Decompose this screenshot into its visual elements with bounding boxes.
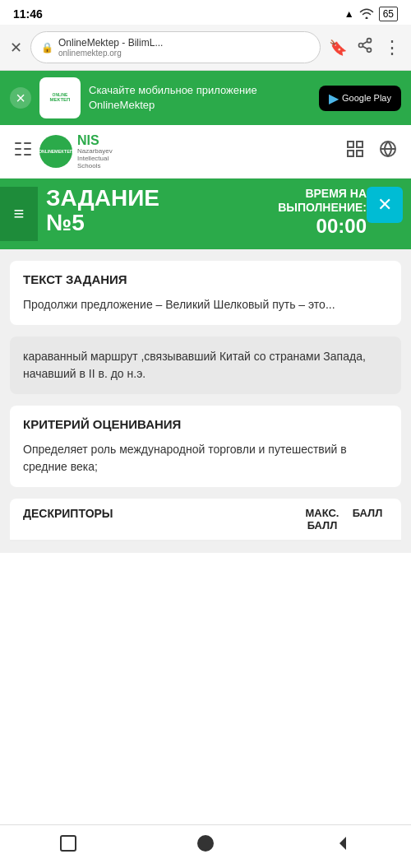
bookmark-icon[interactable]: 🔖 (329, 39, 347, 57)
google-play-icon: ▶ (329, 91, 339, 106)
banner-close-button[interactable]: × (10, 87, 31, 109)
svg-marker-18 (339, 837, 346, 850)
bottom-navigation (0, 824, 411, 868)
browser-actions: 🔖 ⋮ (329, 37, 401, 58)
lock-icon: 🔒 (41, 42, 53, 53)
status-bar: 11:46 ▲ 65 (0, 0, 411, 25)
app-banner: × ONLINE МЕКТЕП Скачайте мобильное прило… (0, 71, 411, 125)
more-menu-icon[interactable]: ⋮ (383, 37, 401, 58)
task-header-content: ЗАДАНИЕ №5 ВРЕМЯ НА ВЫПОЛНЕНИЕ: 00:00 (38, 187, 367, 238)
signal-icon: ▲ (344, 8, 354, 20)
task-close-button[interactable]: ✕ (367, 187, 403, 223)
close-icon: ✕ (377, 194, 392, 216)
task-title-block: ЗАДАНИЕ №5 (46, 187, 270, 236)
browser-bar: ✕ 🔒 OnlineMektep - BilimL... onlinemekte… (0, 25, 411, 71)
task-menu-button[interactable]: ≡ (0, 187, 38, 241)
wifi-icon (359, 7, 374, 21)
svg-point-17 (197, 835, 214, 852)
status-icons: ▲ 65 (344, 7, 398, 21)
site-header-left: ONLINE МЕКТЕП NIS Nazarbayev Intellectua… (13, 133, 113, 169)
banner-text: Скачайте мобильное приложение OnlineMekt… (89, 83, 311, 113)
content-area: ТЕКСТ ЗАДАНИЯ Продолжи предложение – Вел… (0, 249, 411, 553)
svg-rect-16 (61, 836, 76, 851)
site-header: ONLINE МЕКТЕП NIS Nazarbayev Intellectua… (0, 125, 411, 179)
answer-card[interactable]: караванный маршрут ,связывавший Китай со… (10, 337, 401, 394)
svg-point-2 (367, 48, 372, 52)
status-time: 11:46 (13, 7, 43, 21)
answer-text: караванный маршрут ,связывавший Китай со… (23, 348, 388, 383)
task-time-block: ВРЕМЯ НА ВЫПОЛНЕНИЕ: 00:00 (278, 187, 367, 238)
criteria-text: Определяет роль международной торговли и… (23, 441, 388, 476)
hamburger-menu-icon[interactable] (13, 141, 33, 162)
task-label: ЗАДАНИЕ (46, 187, 270, 210)
svg-rect-9 (24, 148, 31, 150)
svg-point-1 (359, 44, 363, 48)
nis-logo: NIS Nazarbayev Intellectual Schools (77, 133, 113, 169)
col-descriptors: ДЕСКРИПТОРЫ (23, 507, 298, 531)
recent-apps-button[interactable] (58, 833, 78, 858)
svg-rect-6 (15, 148, 21, 150)
svg-point-0 (367, 39, 372, 43)
browser-close-button[interactable]: ✕ (10, 39, 22, 57)
svg-rect-8 (24, 142, 31, 144)
google-play-label: Google Play (342, 93, 391, 103)
site-url: onlinemektep.org (58, 49, 163, 58)
task-menu-icon: ≡ (14, 203, 25, 225)
table-header-row: ДЕСКРИПТОРЫ МАКС. БАЛЛ БАЛЛ (10, 499, 401, 541)
google-play-button[interactable]: ▶ Google Play (319, 86, 401, 111)
home-button[interactable] (196, 833, 215, 858)
battery-icon: 65 (379, 7, 398, 21)
col-score: БАЛЛ (347, 507, 388, 531)
site-header-right (345, 139, 398, 164)
task-time-label: ВРЕМЯ НА ВЫПОЛНЕНИЕ: (278, 187, 367, 215)
site-title: OnlineMektep - BilimL... (58, 37, 163, 49)
criteria-card: КРИТЕРИЙ ОЦЕНИВАНИЯ Определяет роль межд… (10, 406, 401, 487)
grid-view-icon[interactable] (345, 139, 365, 164)
share-icon[interactable] (357, 37, 373, 58)
svg-rect-14 (357, 151, 363, 156)
task-text-card: ТЕКСТ ЗАДАНИЯ Продолжи предложение – Вел… (10, 261, 401, 325)
col-max-score: МАКС. БАЛЛ (298, 507, 347, 531)
svg-rect-7 (15, 154, 21, 155)
svg-rect-11 (348, 142, 353, 147)
task-text-heading: ТЕКСТ ЗАДАНИЯ (23, 272, 388, 286)
svg-rect-10 (24, 154, 31, 155)
banner-logo: ONLINE МЕКТЕП (39, 77, 81, 118)
task-timer: 00:00 (278, 215, 367, 238)
globe-icon[interactable] (378, 139, 398, 164)
criteria-heading: КРИТЕРИЙ ОЦЕНИВАНИЯ (23, 417, 388, 431)
task-header: ≡ ЗАДАНИЕ №5 ВРЕМЯ НА ВЫПОЛНЕНИЕ: 00:00 … (0, 179, 411, 249)
svg-rect-12 (357, 142, 363, 147)
task-text-body: Продолжи предложение – Великий Шелковый … (23, 296, 388, 313)
url-bar[interactable]: 🔒 OnlineMektep - BilimL... onlinemektep.… (30, 31, 321, 63)
svg-line-4 (363, 41, 367, 44)
svg-rect-5 (15, 142, 21, 144)
site-logo-area: ONLINE МЕКТЕП NIS Nazarbayev Intellectua… (39, 133, 113, 169)
onlinemektep-logo: ONLINE МЕКТЕП (39, 135, 72, 168)
svg-rect-13 (348, 151, 353, 156)
task-number: №5 (46, 210, 270, 236)
back-button[interactable] (333, 833, 353, 858)
svg-line-3 (363, 46, 367, 49)
